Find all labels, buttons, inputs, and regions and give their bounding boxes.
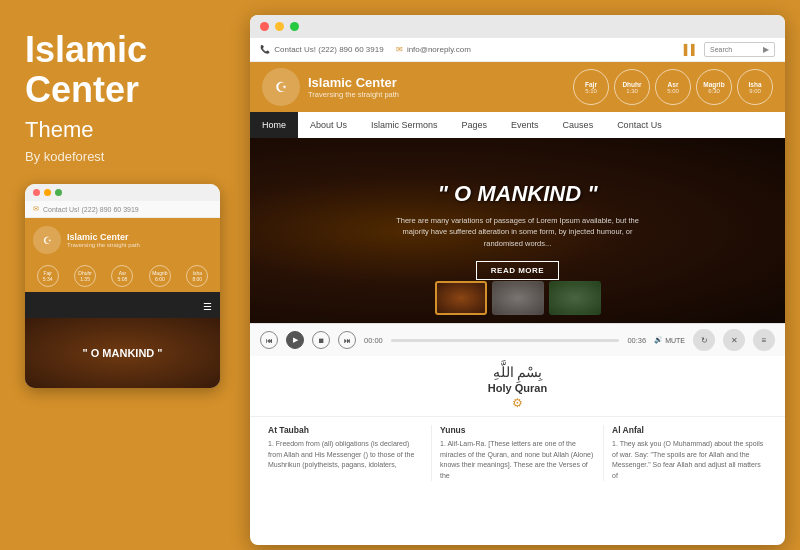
prayer-magrib: Magrib 6:30	[696, 69, 732, 105]
article-yunus-title: Yunus	[440, 425, 595, 435]
nav-about[interactable]: About Us	[298, 112, 359, 138]
phone-icon: 📞	[260, 45, 270, 54]
mobile-prayer-dhuhr: Dhuhr1:35	[74, 265, 96, 289]
player-time-end: 00:36	[627, 336, 646, 345]
mobile-header: ☪ Islamic Center Traversing the straight…	[25, 218, 220, 262]
article-anfal-text: 1. They ask you (O Muhammad) about the s…	[612, 439, 767, 481]
site-name: Islamic Center	[308, 75, 399, 91]
left-title: IslamicCenter	[25, 30, 220, 109]
player-prev-button[interactable]: ⏮	[260, 331, 278, 349]
browser-content: 📞 Contact Us! (222) 890 60 3919 ✉ info@n…	[250, 38, 785, 489]
hero-thumb-3[interactable]	[549, 281, 601, 315]
nav-events[interactable]: Events	[499, 112, 551, 138]
mobile-dot-red	[33, 189, 40, 196]
main-nav: Home About Us Islamic Sermons Pages Even…	[250, 112, 785, 138]
quran-arabic-text: بِسْمِ اللَّهِ	[262, 364, 773, 380]
email-icon: ✉	[396, 45, 403, 54]
contact-email: ✉ info@noreply.com	[396, 45, 471, 54]
mobile-contact-icon: ✉	[33, 205, 39, 213]
hero-quote: " O MANKIND "	[388, 181, 648, 207]
social-icon-1: ▌▌	[684, 44, 698, 55]
audio-player: ⏮ ▶ ⏹ ⏭ 00:00 00:36 🔊 MUTE ↻ ✕ ≡	[250, 323, 785, 356]
nav-pages[interactable]: Pages	[450, 112, 500, 138]
articles-section: At Taubah 1. Freedom from (all) obligati…	[250, 417, 785, 489]
player-time-start: 00:00	[364, 336, 383, 345]
nav-home[interactable]: Home	[250, 112, 298, 138]
mobile-prayer-isha: Isha8:00	[186, 265, 208, 289]
browser-window: 📞 Contact Us! (222) 890 60 3919 ✉ info@n…	[250, 15, 785, 545]
hero-thumb-1[interactable]	[435, 281, 487, 315]
player-next-button[interactable]: ⏭	[338, 331, 356, 349]
prayer-times: Fajr 5:10 Dhuhr 1:30 Asr 5:00 Magrib 6:3…	[573, 69, 773, 105]
mobile-contact-text: Contact Us! (222) 890 60 3919	[43, 206, 139, 213]
mobile-hero-text: " O MANKIND "	[82, 347, 162, 359]
prayer-fajr: Fajr 5:10	[573, 69, 609, 105]
nav-contact[interactable]: Contact Us	[605, 112, 674, 138]
nav-causes[interactable]: Causes	[551, 112, 606, 138]
search-submit-icon[interactable]: ▶	[763, 45, 769, 54]
mobile-chrome-dots	[25, 184, 220, 201]
mobile-prayer-fajr: Fajr5:34	[37, 265, 59, 289]
hero-description: There are many variations of passages of…	[388, 215, 648, 249]
mobile-mockup: ✉ Contact Us! (222) 890 60 3919 ☪ Islami…	[25, 184, 220, 388]
prayer-dhuhr: Dhuhr 1:30	[614, 69, 650, 105]
nav-sermons[interactable]: Islamic Sermons	[359, 112, 450, 138]
hero-read-more-button[interactable]: READ MORE	[476, 261, 559, 280]
article-taubah-title: At Taubah	[268, 425, 423, 435]
player-progress-bar[interactable]	[391, 339, 620, 342]
player-extra-btn-2[interactable]: ✕	[723, 329, 745, 351]
article-anfal: Al Anfal 1. They ask you (O Muhammad) ab…	[604, 425, 775, 481]
browser-chrome	[250, 15, 785, 38]
mobile-menu-icon: ☰	[203, 301, 212, 312]
hero-thumb-2[interactable]	[492, 281, 544, 315]
hero-section: " O MANKIND " There are many variations …	[250, 138, 785, 323]
left-subtitle: Theme	[25, 117, 220, 143]
search-box[interactable]: ▶	[704, 42, 775, 57]
mobile-prayer-magrib: Magrib6:00	[149, 265, 171, 289]
player-stop-button[interactable]: ⏹	[312, 331, 330, 349]
contact-phone: 📞 Contact Us! (222) 890 60 3919	[260, 45, 384, 54]
top-info-bar: 📞 Contact Us! (222) 890 60 3919 ✉ info@n…	[250, 38, 785, 62]
mobile-hero: " O MANKIND "	[25, 318, 220, 388]
prayer-asr: Asr 5:00	[655, 69, 691, 105]
site-tagline: Traversing the straight path	[308, 90, 399, 99]
article-anfal-title: Al Anfal	[612, 425, 767, 435]
mobile-topbar: ✉ Contact Us! (222) 890 60 3919	[25, 201, 220, 218]
quran-icon: ⚙	[262, 396, 773, 410]
mobile-dot-yellow	[44, 189, 51, 196]
mobile-nav-bar: ☰	[25, 292, 220, 318]
left-by: By kodeforest	[25, 149, 220, 164]
prayer-isha: Isha 9:00	[737, 69, 773, 105]
top-info-right: ▌▌ ▶	[684, 42, 775, 57]
mute-button[interactable]: 🔊 MUTE	[654, 336, 685, 344]
quran-section: بِسْمِ اللَّهِ Holy Quran ⚙	[250, 356, 785, 417]
article-yunus-text: 1. Alif-Lam-Ra. [These letters are one o…	[440, 439, 595, 481]
player-extra-btn-1[interactable]: ↻	[693, 329, 715, 351]
chrome-dot-red	[260, 22, 269, 31]
article-yunus: Yunus 1. Alif-Lam-Ra. [These letters are…	[432, 425, 604, 481]
player-play-button[interactable]: ▶	[286, 331, 304, 349]
site-header: ☪ Islamic Center Traversing the straight…	[250, 62, 785, 112]
article-taubah: At Taubah 1. Freedom from (all) obligati…	[260, 425, 432, 481]
mobile-prayer-row: Fajr5:34 Dhuhr1:35 Asr5:08 Magrib6:00 Is…	[25, 262, 220, 292]
mobile-prayer-asr: Asr5:08	[111, 265, 133, 289]
left-panel: IslamicCenter Theme By kodeforest ✉ Cont…	[0, 0, 245, 550]
hero-thumbnails	[435, 281, 601, 315]
chrome-dot-green	[290, 22, 299, 31]
mobile-logo: ☪	[33, 226, 61, 254]
hero-content: " O MANKIND " There are many variations …	[358, 181, 678, 280]
top-info-left: 📞 Contact Us! (222) 890 60 3919 ✉ info@n…	[260, 45, 471, 54]
mobile-dot-green	[55, 189, 62, 196]
site-logo-area: ☪ Islamic Center Traversing the straight…	[262, 68, 399, 106]
mobile-site-tagline: Traversing the straight path	[67, 242, 140, 248]
chrome-dot-yellow	[275, 22, 284, 31]
article-taubah-text: 1. Freedom from (all) obligations (is de…	[268, 439, 423, 471]
quran-title: Holy Quran	[262, 382, 773, 394]
site-logo: ☪	[262, 68, 300, 106]
search-input[interactable]	[710, 46, 760, 53]
player-extra-btn-3[interactable]: ≡	[753, 329, 775, 351]
mobile-site-name: Islamic Center	[67, 232, 140, 242]
